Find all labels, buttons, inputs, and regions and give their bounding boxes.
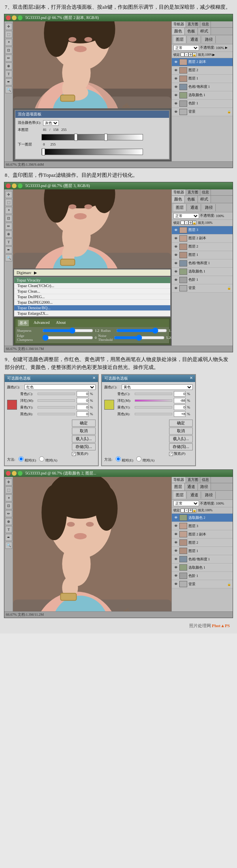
method-absolute-red[interactable] — [39, 456, 44, 461]
tool-text[interactable]: T — [5, 70, 12, 78]
magenta-input-yellow[interactable] — [174, 398, 186, 403]
max-btn-2[interactable] — [18, 183, 23, 188]
ps-titlebar-1[interactable]: 5G33333.psd @ 66.7% (图层 2 副本, RGB/8) — [4, 14, 233, 21]
eye-icon2-copy2[interactable]: 👁 — [173, 236, 178, 241]
lock-checkbox-2[interactable]: + — [184, 53, 188, 57]
tool2-zoom[interactable]: 🔍 — [5, 254, 12, 261]
subchannels-tab-3[interactable]: 通道 — [188, 492, 201, 499]
lock-cb-3b[interactable]: + — [184, 509, 188, 512]
nav-layers-3[interactable]: 导航器 — [172, 477, 186, 483]
eye-icon3-2[interactable]: 👁 — [173, 540, 178, 545]
layer-item-1[interactable]: 👁 图层 1 — [172, 75, 233, 83]
tab-swatches-2[interactable]: 色板 — [185, 196, 198, 203]
topaz-item-0[interactable]: Topaz Clean(YCbCr)... — [14, 283, 170, 289]
layer3-item-copy2[interactable]: 👁 图层 2 副本 — [172, 530, 233, 539]
layer2-item-copy2[interactable]: 👁 图层 2 副本 — [172, 234, 233, 243]
eye-icon3-sel2[interactable]: 👁 — [173, 515, 178, 520]
min-btn-3[interactable] — [12, 471, 17, 476]
lock-cb-2c[interactable]: ✛ — [188, 221, 192, 225]
eye-icon3-levels[interactable]: 👁 — [173, 573, 178, 578]
tool-brush[interactable]: ✏ — [5, 55, 12, 62]
tool-crop[interactable]: ⊡ — [5, 47, 12, 54]
min-btn-1[interactable] — [12, 15, 17, 20]
channels-tab-2[interactable]: 通道 — [188, 204, 201, 211]
red-cancel-btn[interactable]: 取消 — [72, 427, 96, 435]
layer3-item-levels[interactable]: 👁 色阶 1 — [172, 572, 233, 580]
adv-tab-advanced[interactable]: Advanced — [32, 320, 51, 326]
tool2-select[interactable]: ⬚ — [5, 199, 12, 206]
edge-slider[interactable] — [42, 336, 93, 339]
tool-clone[interactable]: ⊕ — [5, 62, 12, 70]
eye-icon3-sel1[interactable]: 👁 — [173, 565, 178, 570]
eye-icon-copy2[interactable]: 👁 — [173, 60, 178, 64]
fill-arrow-1[interactable]: ▶ — [213, 53, 215, 57]
nav-info-3[interactable]: 信息 — [200, 477, 211, 483]
tab-paths-3[interactable]: 路径 — [198, 483, 211, 490]
eye-icon-1[interactable]: 👁 — [173, 76, 178, 81]
topaz-item-3[interactable]: Topaz DnJPEG2000... — [14, 300, 170, 305]
eye-icon2-2[interactable]: 👁 — [173, 244, 178, 249]
blend-color-select[interactable]: 灰色 — [43, 120, 59, 126]
tab-color-2[interactable]: 颜色 — [172, 196, 185, 203]
tab-color-1[interactable]: 颜色 — [172, 28, 185, 35]
nav-info-2[interactable]: 信息 — [200, 189, 211, 195]
layer2-item-3[interactable]: 👁 图层 3 — [172, 226, 233, 234]
cyan-slider-red[interactable] — [38, 393, 75, 395]
method-absolute-yellow[interactable] — [136, 456, 141, 461]
nav-histogram-2[interactable]: 直方图 — [186, 189, 200, 195]
method-relative-yellow[interactable] — [116, 456, 121, 461]
tool3-lasso[interactable]: ⌖ — [5, 494, 12, 501]
layer3-item-3[interactable]: 👁 图层 3 — [172, 522, 233, 530]
tab-channels-3[interactable]: 通道 — [185, 483, 198, 490]
tool-move[interactable]: ✛ — [5, 23, 12, 30]
lock-checkbox-1[interactable] — [181, 53, 184, 57]
eye-icon-selective[interactable]: 👁 — [173, 93, 178, 98]
yellow-cancel-btn[interactable]: 取消 — [169, 427, 193, 435]
tool3-move[interactable]: ✛ — [5, 478, 12, 486]
lock-cb-3a[interactable] — [181, 509, 184, 512]
layer-item-2[interactable]: 👁 图层 2 — [172, 66, 233, 75]
cyan-slider-yellow[interactable] — [135, 393, 172, 395]
close-btn-3[interactable] — [6, 471, 11, 476]
eye-icon3-copy2[interactable]: 👁 — [173, 532, 178, 537]
yellow-slider-yellow[interactable] — [135, 406, 172, 408]
slider-thumb-right[interactable] — [104, 134, 107, 141]
yellow-slider-red[interactable] — [38, 406, 75, 408]
this-layer-slider[interactable] — [41, 134, 143, 140]
lock-cb-3d[interactable]: 🔒 — [192, 509, 196, 512]
black-slider-red[interactable] — [38, 413, 75, 415]
tool-zoom[interactable]: 🔍 — [5, 86, 12, 93]
topaz-item-5[interactable]: Topaz EnlargeZX... — [14, 311, 170, 316]
tool2-lasso[interactable]: ⌖ — [5, 207, 12, 214]
adv-tab-basic[interactable]: 基本 — [18, 320, 29, 326]
layer-item-levels[interactable]: 👁 色阶 1 — [172, 100, 233, 108]
min-btn-2[interactable] — [12, 183, 17, 188]
layer2-item-1[interactable]: 👁 图层 1 — [172, 251, 233, 259]
eye-icon-levels[interactable]: 👁 — [173, 101, 178, 106]
max-btn-1[interactable] — [18, 15, 23, 20]
eye-icon2-bg[interactable]: 👁 — [173, 286, 178, 291]
tool2-clone[interactable]: ⊕ — [5, 231, 12, 238]
tool2-brush[interactable]: ✏ — [5, 223, 12, 230]
layer2-item-2[interactable]: 👁 图层 2 — [172, 243, 233, 251]
nav-layers-1[interactable]: 导航器 — [172, 21, 186, 27]
eye-icon-bg[interactable]: 👁 — [173, 110, 178, 114]
layer2-item-hue[interactable]: 👁 色相/饱和度 1 — [172, 259, 233, 268]
method-relative-red[interactable] — [19, 456, 24, 461]
ps-titlebar-2[interactable]: 5G33333.psd @ 66.7% (图层 3, RGB/8) — [4, 182, 233, 189]
paths-tab-1[interactable]: 路径 — [203, 36, 216, 43]
adv-tab-about[interactable]: About — [55, 320, 68, 326]
layers-tab-2[interactable]: 图层 — [173, 204, 186, 211]
yellow-ok-btn[interactable]: 确定 — [169, 420, 193, 427]
tool2-pen[interactable]: ✒ — [5, 246, 12, 253]
channels-tab-1[interactable]: 通道 — [188, 36, 201, 43]
layer3-item-bg[interactable]: 👁 背景 🔒 — [172, 580, 233, 588]
tool3-brush[interactable]: ✏ — [5, 510, 12, 517]
layer-item-bg[interactable]: 👁 背景 🔒 — [172, 108, 233, 116]
tool-pen[interactable]: ✒ — [5, 78, 12, 85]
tool2-text[interactable]: T — [5, 238, 12, 246]
lock-cb-2b[interactable]: + — [184, 221, 188, 225]
nav-histogram-3[interactable]: 直方图 — [186, 477, 200, 483]
tool2-move[interactable]: ✛ — [5, 191, 12, 198]
tool-select[interactable]: ⬚ — [5, 31, 12, 38]
